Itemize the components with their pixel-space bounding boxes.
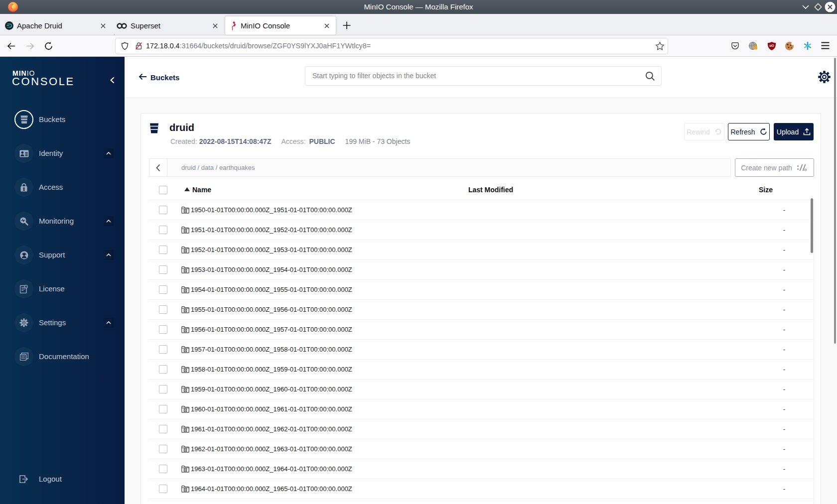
svg-text:uO: uO (769, 44, 774, 47)
